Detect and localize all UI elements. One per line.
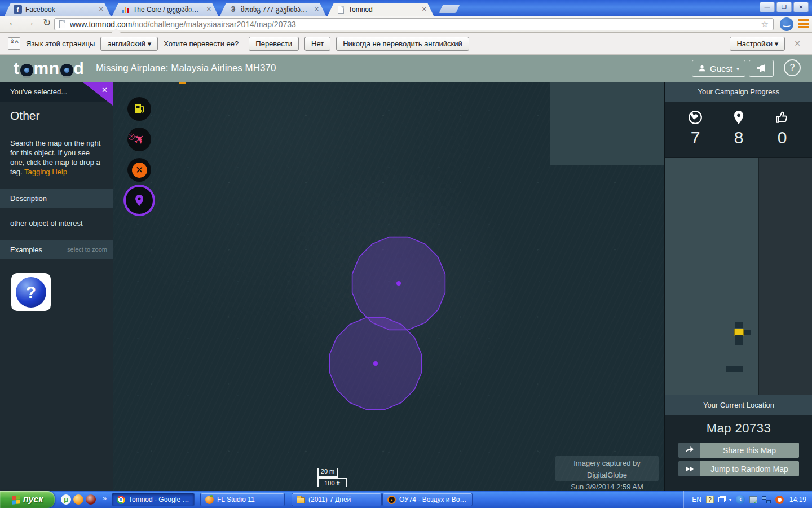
announcements-button[interactable] <box>749 60 774 77</box>
example-image[interactable]: ? <box>11 273 51 311</box>
address-bar[interactable]: www.tomnod.com/nod/challenge/malaysiaair… <box>54 18 774 30</box>
quicklaunch-overflow-icon[interactable]: » <box>103 494 107 502</box>
campaign-progress-header: Your Campaign Progress <box>665 82 812 102</box>
tagging-help-link[interactable]: Tagging Help <box>24 168 67 176</box>
tab-the-core[interactable]: The Core / დედამიწის მირთ ✕ <box>112 3 218 16</box>
globe-icon <box>688 110 703 125</box>
back-icon[interactable]: ← <box>6 17 20 28</box>
tag-tool-oil-slick[interactable] <box>127 97 151 121</box>
tag-circle[interactable] <box>330 318 422 410</box>
fl-studio-icon <box>205 496 214 504</box>
restore-window-icon[interactable] <box>718 497 725 502</box>
tab-close-icon[interactable]: ✕ <box>98 6 105 13</box>
close-icon[interactable]: ✕ <box>102 86 108 94</box>
utorrent-icon[interactable]: µ <box>61 494 71 505</box>
new-tab-button[interactable] <box>439 5 460 13</box>
tomnod-logo[interactable]: tmnd <box>14 59 84 78</box>
taskbar-button-fl-studio[interactable]: FL Studio 11 <box>200 493 285 506</box>
never-translate-button[interactable]: Никогда не переводить английский <box>336 37 469 51</box>
translate-settings-button[interactable]: Настройки ▾ <box>730 37 785 51</box>
minimize-button[interactable]: — <box>760 2 775 12</box>
megaphone-icon <box>756 63 767 73</box>
satellite-map[interactable]: ✈✕ ✕ 20 m 100 ft Imagery captured by Dig… <box>113 82 665 491</box>
tab-close-icon[interactable]: ✕ <box>205 6 213 13</box>
forward-icon[interactable]: → <box>23 17 37 28</box>
logo-text: d <box>74 59 85 78</box>
chrome-menu-icon[interactable] <box>798 19 809 21</box>
language-indicator[interactable]: EN <box>692 496 701 503</box>
eye-icon <box>60 64 73 77</box>
bar-chart-icon <box>121 6 130 13</box>
site-header: tmnd Missing Airplane: Malaysia Airlines… <box>0 55 812 82</box>
map-orange-marker <box>179 82 186 84</box>
minimap-map-block[interactable] <box>735 335 743 345</box>
translate-label: Язык этой страницы <box>26 40 95 48</box>
tab-close-icon[interactable]: ✕ <box>313 6 320 13</box>
tag-center-dot <box>396 281 401 286</box>
tag-instructions: Search the map on the right for this obj… <box>10 138 104 177</box>
taskbar-button-tomnod[interactable]: Tomnod - Google Chr... <box>112 493 195 506</box>
taskbar-button-folder[interactable]: (2011) 7 Дней <box>292 493 382 506</box>
stat-tags-placed: 8 <box>732 110 745 157</box>
bookmark-star-icon[interactable]: ☆ <box>761 19 769 29</box>
translate-close-icon[interactable]: ✕ <box>791 39 804 48</box>
guest-menu-button[interactable]: Guest ▾ <box>692 60 745 77</box>
tag-tool-wreckage[interactable]: ✈✕ <box>127 128 151 151</box>
share-map-button[interactable]: Share this Map <box>678 443 799 458</box>
minimap-map-block[interactable] <box>726 366 743 372</box>
taskbar-button-aimp[interactable]: ▲ ОУ74 - Воздух и Вод... <box>382 493 473 506</box>
restore-button[interactable]: ❐ <box>776 2 792 12</box>
description-section-header[interactable]: Description <box>0 189 113 208</box>
map-pin-icon <box>134 194 145 207</box>
tab-tomnod[interactable]: Tomnod ✕ <box>328 3 434 16</box>
reload-icon[interactable]: ↻ <box>39 17 54 29</box>
aimp-icon: ▲ <box>387 496 396 504</box>
campaign-minimap[interactable] <box>665 157 812 395</box>
minimap-explored-area <box>665 158 759 396</box>
keyboard-help-icon[interactable]: ? <box>706 496 714 503</box>
translate-no-button[interactable]: Нет <box>304 37 330 51</box>
tag-tool-other-pin[interactable] <box>127 189 151 212</box>
share-arrow-icon <box>678 443 700 458</box>
quicklaunch-orange-icon[interactable] <box>73 494 83 505</box>
translate-button[interactable]: Перевести <box>249 37 299 51</box>
page-icon <box>337 5 345 14</box>
jump-random-map-button[interactable]: Jump to Random Map <box>678 461 799 476</box>
extension-icon[interactable] <box>780 17 793 31</box>
tab-close-icon[interactable]: ✕ <box>421 6 428 13</box>
translate-icon: 文A <box>8 37 20 50</box>
language-dropdown[interactable]: английский ▾ <box>100 37 158 51</box>
logo-text: mn <box>34 59 60 78</box>
clock[interactable]: 14:19 <box>789 496 806 503</box>
person-icon <box>698 64 706 72</box>
map-number-label: Map 20733 <box>665 421 812 436</box>
current-location-header: Your Current Location <box>665 395 812 415</box>
caret-down-icon: ▾ <box>736 65 739 72</box>
tag-tool-other-x[interactable]: ✕ <box>127 158 151 182</box>
tray-box-icon[interactable] <box>749 496 757 503</box>
close-button[interactable]: ✕ <box>793 2 809 12</box>
examples-section-header[interactable]: Examples select to zoom <box>0 240 113 259</box>
campaign-title: Missing Airplane: Malaysia Airlines MH37… <box>96 55 276 82</box>
tab-facebook[interactable]: f Facebook ✕ <box>5 3 111 16</box>
network-icon[interactable] <box>762 496 771 503</box>
georgian-letter-icon: ჵ <box>229 5 237 14</box>
quicklaunch-red-icon[interactable] <box>86 494 96 505</box>
start-button[interactable]: пуск <box>0 491 55 508</box>
airplane-icon: ✈✕ <box>130 130 148 149</box>
hidden-icons-caret[interactable]: ▾ <box>729 497 731 502</box>
fuel-pump-icon <box>133 102 145 116</box>
circle-x-icon: ✕ <box>129 134 135 140</box>
tray-blue-icon[interactable]: ‹ <box>736 495 745 504</box>
description-text: other object of interest <box>10 219 83 227</box>
tab-boeing-777[interactable]: ჵ მოინგ 777 გაუჩინარდა -> TB ✕ <box>220 3 326 16</box>
minimap-map-block[interactable] <box>735 322 743 328</box>
divider <box>10 132 103 132</box>
browser-toolbar: ← → ↻ www.tomnod.com/nod/challenge/malay… <box>0 16 812 33</box>
tag-circle[interactable] <box>352 237 445 330</box>
tray-orange-icon[interactable] <box>775 496 784 504</box>
help-button[interactable]: ? <box>784 59 801 76</box>
logo-text: t <box>14 59 20 78</box>
x-circle-icon: ✕ <box>132 163 147 178</box>
minimap-map-block[interactable] <box>744 330 751 335</box>
